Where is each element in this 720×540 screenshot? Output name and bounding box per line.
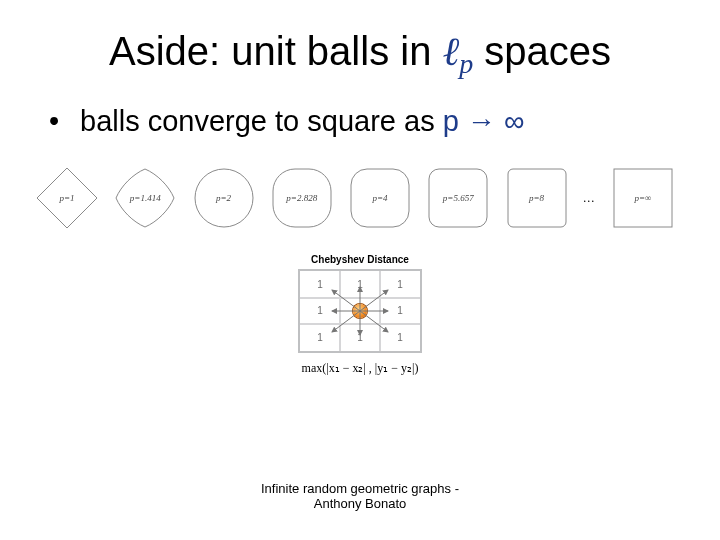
title-script-l: ℓ — [442, 29, 459, 74]
grid-cell: 1 — [340, 324, 380, 351]
ball-label: p=4 — [372, 193, 387, 203]
ball-label: p=8 — [529, 193, 544, 203]
bullet-main: balls converge to square as — [80, 105, 443, 137]
grid-cell: 1 — [380, 298, 420, 325]
slide: Aside: unit balls in ℓp spaces • balls c… — [0, 0, 720, 540]
grid-cell: 1 — [300, 271, 340, 298]
grid-cell: 1 — [380, 271, 420, 298]
center-dot-icon — [353, 304, 367, 318]
bullet-text: balls converge to square as p → ∞ — [80, 105, 525, 138]
formula-x: |x₁ − x₂| — [326, 361, 366, 375]
ball-label: p=∞ — [635, 193, 652, 203]
grid-cell: 1 — [380, 324, 420, 351]
ball-p1-414: p=1.414 — [113, 166, 177, 230]
ball-p4: p=4 — [348, 166, 412, 230]
formula-suffix: ) — [414, 361, 418, 375]
ball-p5-657: p=5.657 — [426, 166, 490, 230]
ball-p8: p=8 — [505, 166, 569, 230]
grid-cell-center — [340, 298, 380, 325]
title-script-p: p — [459, 48, 473, 79]
slide-title: Aside: unit balls in ℓp spaces — [40, 28, 680, 75]
chebyshev-grid: 1 1 1 1 1 1 1 1 — [298, 269, 422, 353]
grid-cell: 1 — [300, 298, 340, 325]
title-lp: ℓp — [442, 29, 473, 74]
ball-label: p=1 — [59, 193, 74, 203]
chebyshev-block: Chebyshev Distance 1 1 1 1 1 1 1 1 — [270, 254, 450, 376]
grid-cell: 1 — [300, 324, 340, 351]
ellipsis-icon: … — [583, 191, 597, 206]
grid-cell: 1 — [340, 271, 380, 298]
title-prefix: Aside: unit balls in — [109, 29, 443, 73]
slide-footer: Infinite random geometric graphs - Antho… — [0, 481, 720, 512]
formula-prefix: max( — [302, 361, 327, 375]
formula-y: |y₁ − y₂| — [375, 361, 415, 375]
chebyshev-formula: max(|x₁ − x₂| , |y₁ − y₂|) — [270, 361, 450, 376]
footer-line1: Infinite random geometric graphs - — [0, 481, 720, 497]
ball-p2-828: p=2.828 — [270, 166, 334, 230]
formula-sep: , — [366, 361, 375, 375]
ball-label: p=5.657 — [443, 193, 474, 203]
ball-p1: p=1 — [35, 166, 99, 230]
ball-label: p=2 — [216, 193, 231, 203]
chebyshev-title: Chebyshev Distance — [270, 254, 450, 265]
bullet-line: • balls converge to square as p → ∞ — [40, 105, 680, 138]
footer-line2: Anthony Bonato — [0, 496, 720, 512]
ball-label: p=1.414 — [130, 193, 161, 203]
ball-label: p=2.828 — [286, 193, 317, 203]
ball-pinf: p=∞ — [611, 166, 675, 230]
ball-p2: p=2 — [192, 166, 256, 230]
unit-balls-row: p=1 p=1.414 p=2 p=2.828 — [35, 166, 675, 230]
bullet-dot: • — [40, 105, 68, 138]
title-suffix: spaces — [473, 29, 611, 73]
bullet-limit: p → ∞ — [443, 105, 525, 137]
